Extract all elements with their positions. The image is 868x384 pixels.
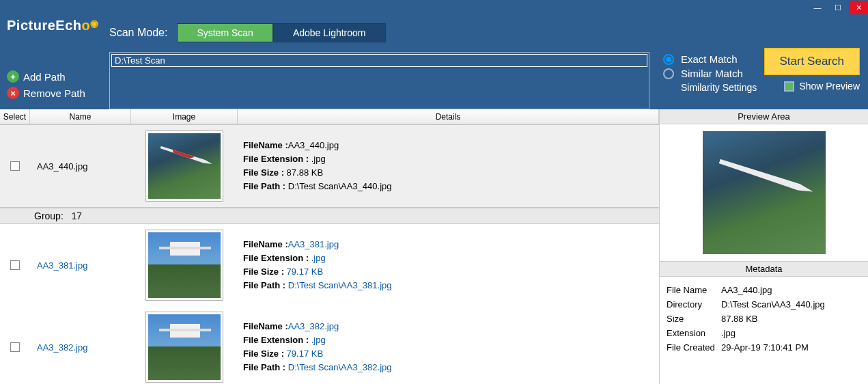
path-list[interactable]: D:\Test Scan xyxy=(109,52,649,109)
wifi-icon: ◉ xyxy=(90,18,99,29)
adobe-lightroom-tab[interactable]: Adobe Lightroom xyxy=(273,23,386,42)
app-logo: PictureEcho◉ xyxy=(7,15,96,40)
col-name[interactable]: Name xyxy=(30,109,131,124)
preview-image xyxy=(703,131,826,254)
plus-icon: + xyxy=(7,70,19,83)
minimize-button[interactable]: — xyxy=(808,1,827,14)
row-filename[interactable]: AA3_382.jpg xyxy=(30,342,131,353)
titlebar: — ☐ ✕ xyxy=(0,0,868,15)
x-icon: × xyxy=(7,87,19,99)
maximize-button[interactable]: ☐ xyxy=(828,1,848,14)
row-filename: AA3_440.jpg xyxy=(30,161,131,172)
meta-filename: AA3_440.jpg xyxy=(721,285,772,295)
radio-icon xyxy=(663,68,674,79)
row-details: FileName :AA3_381.jpgFile Extension : .j… xyxy=(238,238,659,292)
system-scan-tab[interactable]: System Scan xyxy=(177,23,272,42)
add-path-label: Add Path xyxy=(23,71,66,83)
path-entry[interactable]: D:\Test Scan xyxy=(111,54,647,67)
meta-size: 87.88 KB xyxy=(721,314,758,324)
checkbox-checked-icon xyxy=(784,81,794,92)
meta-extension: .jpg xyxy=(721,328,736,338)
meta-directory: D:\Test Scan\AA3_440.jpg xyxy=(721,299,825,310)
results-panel: Select Name Image Details AA3_440.jpgFil… xyxy=(0,109,659,384)
col-details[interactable]: Details xyxy=(238,109,659,124)
row-thumbnail[interactable] xyxy=(145,131,223,202)
result-row[interactable]: AA3_381.jpgFileName :AA3_381.jpgFile Ext… xyxy=(0,224,659,306)
metadata-title: Metadata xyxy=(660,261,868,277)
col-image[interactable]: Image xyxy=(131,109,238,124)
row-thumbnail[interactable] xyxy=(145,312,223,383)
meta-created: 29-Apr-19 7:10:41 PM xyxy=(721,342,809,353)
result-row[interactable]: AA3_382.jpgFileName :AA3_382.jpgFile Ext… xyxy=(0,306,659,384)
preview-panel: Preview Area Metadata File NameAA3_440.j… xyxy=(659,109,868,384)
header: PictureEcho◉ + Add Path × Remove Path Sc… xyxy=(0,15,868,109)
start-search-button[interactable]: Start Search xyxy=(764,48,860,75)
row-checkbox[interactable] xyxy=(10,260,20,270)
remove-path-label: Remove Path xyxy=(23,87,85,99)
col-select[interactable]: Select xyxy=(0,109,30,124)
row-filename[interactable]: AA3_381.jpg xyxy=(30,260,131,271)
close-button[interactable]: ✕ xyxy=(849,1,868,14)
radio-selected-icon xyxy=(663,54,674,65)
scan-mode-label: Scan Mode: xyxy=(109,27,167,39)
row-details: FileName :AA3_440.jpgFile Extension : .j… xyxy=(238,139,659,193)
row-details: FileName :AA3_382.jpgFile Extension : .j… xyxy=(238,320,659,374)
result-row[interactable]: AA3_440.jpgFileName :AA3_440.jpgFile Ext… xyxy=(0,124,659,208)
add-path-button[interactable]: + Add Path xyxy=(7,70,96,83)
remove-path-button[interactable]: × Remove Path xyxy=(7,87,96,99)
row-thumbnail[interactable] xyxy=(145,230,223,301)
row-checkbox[interactable] xyxy=(10,161,20,171)
group-header[interactable]: Group: 17 xyxy=(0,208,659,224)
show-preview-toggle[interactable]: Show Preview xyxy=(784,81,860,92)
column-headers: Select Name Image Details xyxy=(0,109,659,124)
row-checkbox[interactable] xyxy=(10,342,20,352)
metadata-grid: File NameAA3_440.jpg DirectoryD:\Test Sc… xyxy=(660,277,868,361)
preview-area-title: Preview Area xyxy=(660,109,868,124)
